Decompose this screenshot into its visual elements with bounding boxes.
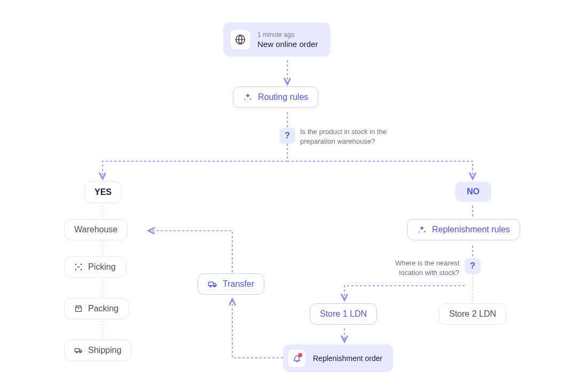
packing-node: Packing	[64, 298, 129, 319]
transfer-node: Transfer	[198, 273, 264, 295]
question-mark-1: ?	[279, 128, 295, 144]
transfer-label: Transfer	[223, 279, 254, 289]
scanner-icon	[74, 263, 83, 271]
truck-icon	[74, 346, 83, 355]
store-1-label: Store 1 LDN	[320, 309, 367, 319]
packing-label: Packing	[88, 304, 119, 313]
header-title: New online order	[257, 40, 318, 49]
globe-icon-box	[231, 30, 250, 49]
svg-point-4	[80, 351, 81, 353]
yes-node: YES	[84, 182, 122, 203]
store-1-node: Store 1 LDN	[310, 303, 377, 325]
picking-label: Picking	[88, 262, 116, 272]
timestamp: 1 minute ago	[257, 31, 318, 38]
svg-rect-1	[76, 307, 82, 311]
shipping-label: Shipping	[88, 346, 121, 355]
online-order-node: 1 minute ago New online order	[223, 22, 331, 57]
routing-rules-node: Routing rules	[233, 87, 318, 108]
store-2-label: Store 2 LDN	[449, 309, 496, 319]
bell-wrapper	[293, 354, 301, 363]
diagram-canvas: 1 minute ago New online order Routing ru…	[0, 0, 588, 392]
shipping-node: Shipping	[64, 340, 131, 361]
question-mark-2: ?	[465, 258, 481, 274]
notification-dot-icon	[298, 353, 302, 357]
replenishment-rules-label: Replenishment rules	[432, 225, 510, 234]
no-label: NO	[467, 187, 480, 197]
question-1-text: Is the product in stock in the preparati…	[300, 127, 407, 146]
yes-label: YES	[95, 187, 112, 197]
replenishment-order-label: Replenishment order	[313, 354, 382, 363]
warehouse-node: Warehouse	[64, 219, 128, 240]
header-text: 1 minute ago New online order	[257, 31, 318, 49]
warehouse-label: Warehouse	[74, 225, 117, 234]
bell-icon-box	[288, 350, 305, 367]
replenishment-order-node: Replenishment order	[283, 344, 393, 372]
replenishment-rules-node: Replenishment rules	[407, 219, 520, 240]
picking-node: Picking	[64, 256, 126, 278]
box-icon	[74, 304, 83, 313]
globe-icon	[235, 34, 246, 45]
store-2-node: Store 2 LDN	[439, 303, 506, 325]
no-node: NO	[455, 182, 491, 202]
sparkles-icon	[417, 225, 427, 234]
question-2-text: Where is the nearest location with stock…	[374, 258, 459, 278]
svg-point-3	[76, 351, 77, 353]
sparkles-icon	[243, 92, 253, 102]
truck-icon	[208, 279, 217, 289]
routing-rules-label: Routing rules	[258, 92, 308, 102]
